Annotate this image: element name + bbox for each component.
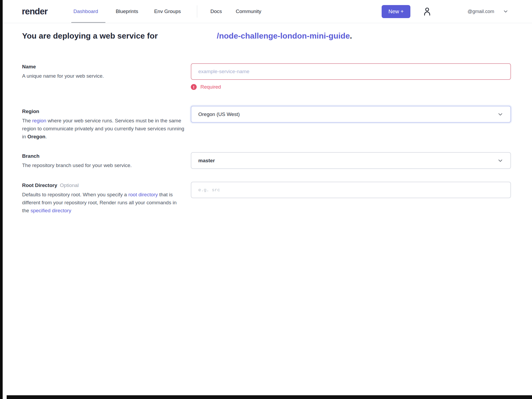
nav-links: Dashboard Blueprints Env Groups Docs Com… [73,5,261,18]
root-directory-input[interactable] [191,182,511,198]
user-icon[interactable] [422,6,432,16]
account-email[interactable]: @gmail.com [468,9,494,14]
root-directory-label-row: Root DirectoryOptional [22,182,184,188]
page-title-prefix: You are deploying a web service for [22,31,158,40]
branch-select[interactable]: master [191,152,511,169]
name-error-message: Required [200,84,221,90]
name-label-block: Name A unique name for your web service. [22,64,184,80]
region-label: Region [22,109,184,114]
branch-selected-value: master [198,158,497,164]
region-select[interactable]: Oregon (US West) [191,106,511,123]
chevron-down-icon [497,111,504,118]
root-directory-field-block [191,182,511,198]
nav-item-env-groups[interactable]: Env Groups [154,9,181,14]
region-doc-link[interactable]: region [32,118,46,123]
region-desc-oregon: Oregon [27,134,46,139]
render-logo[interactable]: render [22,6,48,16]
region-description: The region where your web service runs. … [22,117,184,141]
nav-item-community[interactable]: Community [236,9,261,14]
nav-item-dashboard[interactable]: Dashboard [73,9,98,14]
region-desc-text: . [46,134,47,139]
branch-field-block: master [191,152,511,169]
name-description: A unique name for your web service. [22,72,184,80]
name-field-block: ! Required [191,63,511,90]
error-icon: ! [191,84,197,90]
nav-divider [197,5,197,18]
page-title-suffix: . [350,31,352,40]
top-navbar: render Dashboard Blueprints Env Groups D… [3,0,532,23]
branch-description: The repository branch used for your web … [22,161,184,169]
page-title: You are deploying a web service for/node… [22,31,352,40]
branch-label-block: Branch The repository branch used for yo… [22,153,184,169]
root-desc-text: Defaults to repository root. When you sp… [22,192,128,197]
window-left-edge [0,0,3,399]
region-selected-value: Oregon (US West) [198,111,497,117]
name-error-row: ! Required [191,84,511,90]
root-directory-doc-link[interactable]: root directory [128,192,158,197]
root-directory-optional-tag: Optional [60,182,79,188]
repo-link[interactable]: /node-challenge-london-mini-guide [217,31,350,40]
region-field-block: Oregon (US West) [191,106,511,123]
name-label: Name [22,64,184,70]
nav-item-blueprints[interactable]: Blueprints [116,9,138,14]
root-directory-label-block: Root DirectoryOptional Defaults to repos… [22,182,184,215]
region-desc-text: The [22,118,32,123]
window-bottom-edge [7,395,532,399]
chevron-down-icon[interactable] [503,9,509,14]
nav-right-cluster: New + @gmail.com [382,5,509,18]
root-directory-label: Root Directory [22,182,57,188]
deploy-web-service-page: render Dashboard Blueprints Env Groups D… [0,0,532,399]
root-directory-description: Defaults to repository root. When you sp… [22,191,184,215]
new-button[interactable]: New + [382,5,410,18]
branch-label: Branch [22,153,184,159]
region-label-block: Region The region where your web service… [22,109,184,141]
chevron-down-icon [497,157,504,164]
service-name-input[interactable] [191,63,511,80]
specified-directory-doc-link[interactable]: specified directory [31,208,71,213]
active-tab-underline [71,22,105,23]
nav-item-docs[interactable]: Docs [211,9,222,14]
